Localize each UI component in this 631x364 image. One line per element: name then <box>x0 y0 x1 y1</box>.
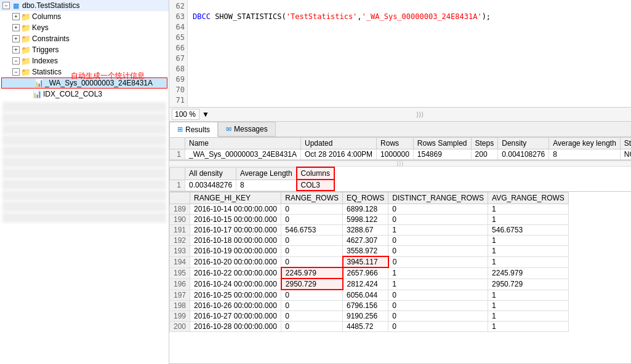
cell-range-rows: 2950.729 <box>281 279 343 290</box>
sidebar-root-item[interactable]: − ▦ dbo.TestStatistics <box>0 0 169 11</box>
th3-hi-key: RANGE_HI_KEY <box>190 192 281 204</box>
zoom-input[interactable]: 100 % <box>172 109 199 120</box>
cell-hi-key: 2016-10-24 00:00:00.000 <box>190 279 281 290</box>
expand-icon-indexes[interactable]: − <box>12 57 20 65</box>
messages-tab-label: Messages <box>234 125 268 133</box>
line-num-66: 66 <box>172 43 185 53</box>
th-string: String I <box>620 138 631 149</box>
code-line-64 <box>193 22 626 33</box>
cell-distinct: 0 <box>388 246 488 257</box>
code-line-69 <box>193 74 626 85</box>
table-row: 1962016-10-24 00:00:00.0002950.7292812.4… <box>170 279 569 290</box>
code-text[interactable]: DBCC SHOW_STATISTICS('TestStatistics','_… <box>188 0 631 107</box>
sidebar-item-columns[interactable]: + 📁 Columns <box>0 11 169 22</box>
tab-messages[interactable]: ✉ Messages <box>218 122 276 136</box>
folder-icon-statistics: 📁 <box>21 67 31 77</box>
sidebar-item-statistics-folder[interactable]: − 📁 Statistics <box>0 66 169 77</box>
blurred-item-4 <box>2 135 166 145</box>
table-row: 2002016-10-28 00:00:00.00004485.7201 <box>170 322 569 332</box>
density-table-container: All density Average Length Columns 1 0.0… <box>169 167 631 192</box>
th3-avg: AVG_RANGE_ROWS <box>488 192 569 204</box>
cell-rows: 1000000 <box>377 149 414 160</box>
cell-range-rows: 0 <box>281 235 343 246</box>
blurred-item-2 <box>2 113 166 123</box>
line-num-71: 71 <box>172 95 185 106</box>
messages-tab-icon: ✉ <box>226 125 231 133</box>
expand-icon-constraints[interactable]: + <box>12 35 20 42</box>
triggers-label: Triggers <box>32 46 59 54</box>
th-avg-key-len: Average key length <box>549 138 621 149</box>
cell-range-rows: 546.6753 <box>281 225 343 235</box>
code-line-68 <box>193 64 626 74</box>
expand-icon-triggers[interactable]: + <box>12 46 20 53</box>
expand-icon-columns[interactable]: + <box>12 13 20 20</box>
cell-density: 0.004108276 <box>498 149 549 160</box>
th3-eq-rows: EQ_ROWS <box>343 192 388 204</box>
cell-hi-key: 2016-10-19 00:00:00.000 <box>190 246 281 257</box>
cell-distinct: 1 <box>388 279 488 290</box>
expand-icon[interactable]: − <box>2 2 10 9</box>
sidebar-item-constraints[interactable]: + 📁 Constraints <box>0 33 169 44</box>
sidebar-item-keys[interactable]: + 📁 Keys <box>0 22 169 33</box>
results-tab-icon: ⊞ <box>177 125 183 133</box>
cell-distinct: 0 <box>388 235 488 246</box>
histogram-table: RANGE_HI_KEY RANGE_ROWS EQ_ROWS DISTINCT… <box>169 192 569 332</box>
table-row: 1952016-10-22 00:00:00.0002245.9792657.9… <box>170 267 569 279</box>
table-row: 1922016-10-18 00:00:00.00004627.30701 <box>170 235 569 246</box>
cell-eq-rows: 4627.307 <box>343 235 388 246</box>
cell-hi-key: 2016-10-22 00:00:00.000 <box>190 267 281 279</box>
th-updated: Updated <box>301 138 377 149</box>
cell-avg: 1 <box>488 235 569 246</box>
cell-eq-rows: 9190.256 <box>343 311 388 322</box>
cell-hi-key: 2016-10-15 00:00:00.000 <box>190 215 281 225</box>
cell-rows-sampled: 154869 <box>413 149 471 160</box>
th2-all-density: All density <box>185 167 236 180</box>
sidebar-item-triggers[interactable]: + 📁 Triggers <box>0 44 169 55</box>
cell-range-rows: 0 <box>281 215 343 225</box>
cell-all-density: 0.003448276 <box>185 180 236 191</box>
th3-distinct: DISTINCT_RANGE_ROWS <box>388 192 488 204</box>
row-num: 192 <box>170 235 190 246</box>
cell-eq-rows: 3558.972 <box>343 246 388 257</box>
cell-avg: 1 <box>488 246 569 257</box>
table-row: 1892016-10-14 00:00:00.00006899.12801 <box>170 204 569 215</box>
folder-icon-indexes: 📁 <box>21 56 31 66</box>
cell-updated: Oct 28 2016 4:00PM <box>301 149 377 160</box>
tab-results[interactable]: ⊞ Results <box>169 122 218 137</box>
table-row: 1902016-10-15 00:00:00.00005998.12201 <box>170 215 569 225</box>
th-steps: Steps <box>471 138 498 149</box>
cell-avg: 1 <box>488 301 569 311</box>
stats-header-table-container: Name Updated Rows Rows Sampled Steps Den… <box>169 137 631 160</box>
expand-icon-keys[interactable]: + <box>12 24 20 31</box>
code-line-63: DBCC SHOW_STATISTICS('TestStatistics','_… <box>193 12 626 22</box>
th2-avg-length: Average Length <box>236 167 297 180</box>
row-num-1: 1 <box>170 149 185 160</box>
cell-steps: 200 <box>471 149 498 160</box>
table-row: 1972016-10-25 00:00:00.00006056.04401 <box>170 290 569 301</box>
sidebar-item-indexes[interactable]: − 📁 Indexes <box>0 55 169 66</box>
th-rownum <box>170 138 185 149</box>
table-row: 1942016-10-20 00:00:00.00003945.11701 <box>170 256 569 267</box>
cell-avg: 2950.729 <box>488 279 569 290</box>
line-num-69: 69 <box>172 74 185 85</box>
h-scrollbar-1[interactable]: ⟩⟩⟩ <box>169 160 631 167</box>
zoom-dropdown-icon[interactable]: ▼ <box>202 110 209 119</box>
line-num-64: 64 <box>172 22 185 33</box>
th2-rownum <box>170 167 185 180</box>
th-rows-sampled: Rows Sampled <box>413 138 471 149</box>
code-line-65 <box>193 33 626 43</box>
cell-avg-key-len: 8 <box>549 149 621 160</box>
sidebar-item-idx-col2-col3[interactable]: 📊 IDX_COL2_COL3 <box>0 89 169 100</box>
cell-eq-rows: 2657.966 <box>343 267 388 279</box>
cell-distinct: 0 <box>388 322 488 332</box>
expand-icon-statistics[interactable]: − <box>12 68 20 76</box>
folder-icon-keys: 📁 <box>21 23 31 33</box>
blurred-item-9 <box>2 191 166 200</box>
sidebar-item-wa-sys[interactable]: 📊 _WA_Sys_00000003_24E8431A <box>1 77 167 89</box>
table-row: 1982016-10-26 00:00:00.00006796.15601 <box>170 301 569 311</box>
scroll-dots-1: ⟩⟩⟩ <box>396 160 404 167</box>
sql-string-2: '_WA_Sys_00000003_24E8431A' <box>362 12 482 21</box>
stats-header-table: Name Updated Rows Rows Sampled Steps Den… <box>169 137 631 160</box>
cell-avg: 1 <box>488 290 569 301</box>
root-label: dbo.TestStatistics <box>22 1 79 10</box>
